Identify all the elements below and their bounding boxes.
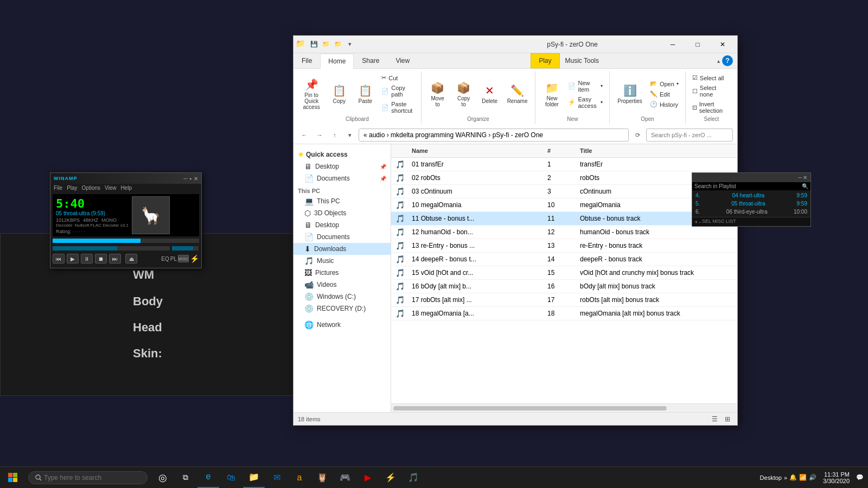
sidebar-item-videos[interactable]: 📹 Videos [293, 279, 391, 291]
winamp-seek-bar[interactable] [53, 246, 170, 251]
sidebar-item-documents-quick[interactable]: 📄 Documents 📌 [293, 172, 391, 184]
column-name[interactable]: Name [407, 146, 543, 155]
winamp-misc-btn[interactable]: MISC [178, 255, 189, 262]
table-row[interactable]: 🎵 02 robOts 2 robOts zerO One pSy-fi [391, 171, 737, 185]
winamp-stop-btn[interactable]: ⏹ [95, 254, 107, 264]
sidebar-item-network[interactable]: 🌐 Network [293, 319, 391, 331]
open-btn[interactable]: 📂 Open ▾ [648, 79, 681, 88]
tab-share[interactable]: Share [354, 53, 387, 68]
taskbar-amazon-btn[interactable]: a [289, 467, 310, 489]
rename-btn[interactable]: ✏️ Rename [504, 82, 531, 106]
invert-selection-btn[interactable]: ⊡ Invert selection [690, 100, 733, 115]
ribbon-collapse-btn[interactable]: ▴ [717, 58, 720, 64]
taskbar-show-more-btn[interactable]: » [784, 474, 787, 481]
address-path[interactable]: « audio › mkdelta programming WARNING › … [359, 129, 629, 142]
winamp-help-menu[interactable]: Help [121, 185, 132, 191]
taskbar-explorer-btn[interactable]: 📁 [243, 467, 265, 489]
new-item-btn[interactable]: 📄 New item ▾ [566, 79, 605, 94]
taskbar-media-btn[interactable]: ▶ [357, 467, 379, 489]
sidebar-item-windows-c[interactable]: 💿 Windows (C:) [293, 291, 391, 303]
winamp-shade-btn[interactable]: ▪ [189, 176, 192, 182]
playlist-list-btn[interactable]: LIST [726, 219, 736, 225]
tab-music-tools[interactable]: Play [531, 53, 559, 68]
table-row[interactable]: 🎵 15 vOid [hOt and cr... 15 vOid [hOt an… [391, 266, 737, 280]
select-all-btn[interactable]: ☑ Select all [690, 73, 733, 82]
pin-to-quick-access-btn[interactable]: 📌 Pin to Quickaccess [298, 76, 325, 112]
winamp-pl-btn[interactable]: PL [170, 256, 177, 262]
playlist-remove-btn[interactable]: - [699, 219, 701, 225]
sidebar-item-music[interactable]: 🎵 Music [293, 255, 391, 267]
playlist-add-btn[interactable]: + [694, 219, 698, 225]
sidebar-item-desktop-quick[interactable]: 🖥 Desktop 📌 [293, 160, 391, 172]
playlist-minimize-btn[interactable]: ─ [798, 175, 802, 181]
taskbar-mail-btn[interactable]: ✉ [266, 467, 288, 489]
taskbar-store-btn[interactable]: 🛍 [220, 467, 242, 489]
start-button[interactable] [0, 467, 26, 489]
taskbar-app3-btn[interactable]: 🎵 [403, 467, 424, 489]
taskbar-clock[interactable]: 11:31 PM 3/30/2020 [819, 471, 854, 484]
winamp-options-menu[interactable]: Options [82, 185, 100, 191]
table-row[interactable]: 🎵 13 re-Entry - bonus ... 13 re-Entry - … [391, 239, 737, 253]
copy-btn[interactable]: 📋 Copy [327, 82, 351, 106]
qat-save-btn[interactable]: 💾 [309, 39, 320, 50]
sidebar-item-desktop[interactable]: 🖥 Desktop [293, 219, 391, 231]
table-row[interactable]: 🎵 16 bOdy [alt mix] b... 16 bOdy [alt mi… [391, 280, 737, 293]
edit-btn[interactable]: ✏️ Edit [648, 89, 681, 99]
winamp-next-btn[interactable]: ⏭ [109, 254, 121, 264]
paste-shortcut-btn[interactable]: 📄 Paste shortcut [379, 100, 416, 115]
winamp-play-btn[interactable]: ▶ [67, 254, 79, 264]
winamp-close-btn[interactable]: ✕ [194, 176, 198, 182]
table-row[interactable]: 🎵 11 Obtuse - bonus t... 11 Obtuse - bon… [391, 212, 737, 226]
taskbar-app1-btn[interactable]: 🎮 [334, 467, 356, 489]
playlist-item[interactable]: 5. 05 throat-ultra 9:59 [693, 200, 809, 208]
tab-file[interactable]: File [293, 53, 320, 68]
winamp-prev-btn[interactable]: ⏮ [53, 254, 65, 264]
minimize-btn[interactable]: ─ [660, 36, 685, 53]
back-btn[interactable]: ← [298, 129, 311, 142]
help-btn[interactable]: ? [722, 55, 733, 66]
column-title[interactable]: Title [576, 146, 737, 155]
qat-dropdown-btn[interactable]: ▾ [344, 39, 355, 50]
table-row[interactable]: 🎵 03 cOntinuum 3 cOntinuum zerO One pSy-… [391, 185, 737, 198]
select-none-btn[interactable]: ☐ Select none [690, 84, 733, 99]
taskbar-task-view-btn[interactable]: ⧉ [175, 467, 196, 489]
playlist-title-bar[interactable]: ─ ✕ [692, 173, 810, 182]
large-icons-view-btn[interactable]: ⊞ [722, 414, 733, 425]
playlist-item[interactable]: 6. 06 third-eye-ultra 10:00 [693, 208, 809, 216]
winamp-eq-btn[interactable]: EQ [161, 256, 169, 262]
taskbar-search[interactable] [28, 471, 148, 484]
taskbar-app2-btn[interactable]: ⚡ [380, 467, 401, 489]
sidebar-item-downloads[interactable]: ⬇ Downloads [293, 243, 391, 255]
playlist-item[interactable]: 4. 04 heart-ultra 9:59 [693, 191, 809, 200]
taskbar-edge-btn[interactable]: e [197, 467, 219, 489]
table-row[interactable]: 🎵 12 humanOid - bon... 12 humanOid - bon… [391, 226, 737, 239]
scrollbar-thumb[interactable] [393, 406, 667, 410]
sidebar-item-3d-objects[interactable]: ⬡ 3D Objects [293, 207, 391, 219]
table-row[interactable]: 🎵 10 megalOmania 10 megalOmania zerO One… [391, 198, 737, 212]
table-row[interactable]: 🎵 17 robOts [alt mix] ... 17 robOts [alt… [391, 293, 737, 307]
sidebar-item-documents[interactable]: 📄 Documents [293, 231, 391, 243]
playlist-close-btn[interactable]: ✕ [803, 175, 807, 181]
delete-btn[interactable]: ✕ Delete [478, 82, 502, 106]
quick-access-section[interactable]: ★ Quick access [293, 149, 391, 160]
taskbar-desktop-btn[interactable]: Desktop [760, 474, 782, 481]
move-to-btn[interactable]: 📦 Moveto [426, 79, 450, 110]
new-folder-btn[interactable]: 📁 Newfolder [540, 79, 564, 110]
search-input[interactable] [646, 129, 733, 142]
copy-to-btn[interactable]: 📦 Copyto [452, 79, 476, 110]
details-view-btn[interactable]: ☰ [709, 414, 720, 425]
copy-path-btn[interactable]: 📄 Copy path [379, 84, 416, 99]
cut-btn[interactable]: ✂ Cut [379, 73, 416, 82]
winamp-file-menu[interactable]: File [54, 185, 62, 191]
taskbar-search-input[interactable] [44, 474, 141, 481]
maximize-btn[interactable]: □ [685, 36, 710, 53]
up-btn[interactable]: ↑ [328, 129, 341, 142]
paste-btn[interactable]: 📋 Paste [353, 82, 377, 106]
winamp-eject-btn[interactable]: ⏏ [125, 254, 137, 264]
qat-redo-btn[interactable]: 📁 [333, 39, 343, 50]
tab-home[interactable]: Home [320, 54, 354, 69]
taskbar-tripadvisor-btn[interactable]: 🦉 [311, 467, 333, 489]
winamp-progress-bar[interactable] [53, 239, 199, 243]
playlist-sel-btn[interactable]: SEL [702, 219, 711, 225]
winamp-minimize-btn[interactable]: ─ [183, 176, 187, 182]
